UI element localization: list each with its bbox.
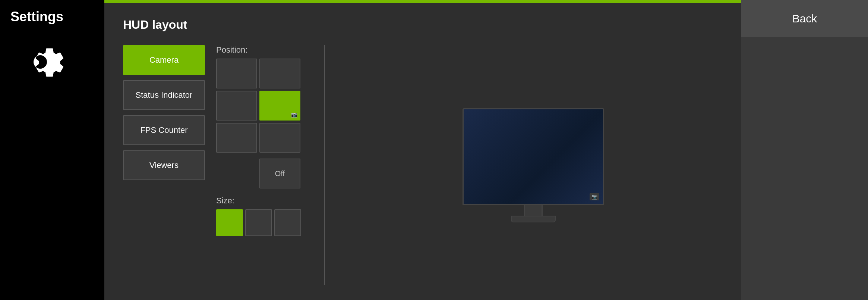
size-cell-medium[interactable] (245, 209, 272, 236)
main-content: HUD layout Camera Status Indicator FPS C… (104, 3, 741, 300)
pos-cell-mid-right[interactable]: 📷 (259, 91, 300, 121)
monitor-neck (524, 205, 543, 216)
position-label: Position: (216, 45, 306, 55)
viewers-button[interactable]: Viewers (123, 150, 205, 180)
hud-button-col: Camera Status Indicator FPS Counter View… (123, 45, 205, 285)
vertical-divider (324, 45, 325, 285)
layout-area: Camera Status Indicator FPS Counter View… (123, 45, 723, 285)
page-title: HUD layout (123, 18, 723, 32)
pos-cell-bot-right[interactable] (259, 123, 300, 153)
pos-cell-bot-left[interactable] (216, 123, 257, 153)
main-panel: HUD layout Camera Status Indicator FPS C… (104, 0, 741, 300)
size-cell-small[interactable] (216, 209, 243, 236)
monitor-camera-icon: 📷 (590, 193, 599, 200)
monitor-base (511, 216, 556, 222)
size-grid (216, 209, 306, 236)
sidebar: Settings (0, 0, 104, 300)
pos-cell-top-left[interactable] (216, 59, 257, 88)
green-top-bar (104, 0, 741, 3)
size-section: Size: (216, 196, 306, 236)
pos-cell-top-right[interactable] (259, 59, 300, 88)
back-button[interactable]: Back (741, 0, 868, 37)
fps-counter-button[interactable]: FPS Counter (123, 115, 205, 145)
monitor-wrap: 📷 (463, 108, 604, 222)
position-size-col: Position: 📷 Off (216, 45, 306, 285)
settings-title: Settings (10, 9, 63, 25)
pos-cell-mid-left[interactable] (216, 91, 257, 121)
off-section: Off (216, 159, 306, 188)
camera-button[interactable]: Camera (123, 45, 205, 75)
size-cell-large[interactable] (274, 209, 301, 236)
status-indicator-button[interactable]: Status Indicator (123, 80, 205, 110)
position-grid: 📷 (216, 59, 306, 153)
gear-icon (10, 32, 70, 92)
monitor-screen: 📷 (463, 108, 604, 205)
off-button[interactable]: Off (259, 159, 300, 188)
right-panel: Back (741, 0, 868, 300)
monitor-preview-col: 📷 (344, 45, 723, 285)
gear-svg (12, 34, 68, 90)
camera-position-icon: 📷 (291, 112, 297, 118)
size-label: Size: (216, 196, 306, 206)
controls-col: Camera Status Indicator FPS Counter View… (123, 45, 306, 285)
